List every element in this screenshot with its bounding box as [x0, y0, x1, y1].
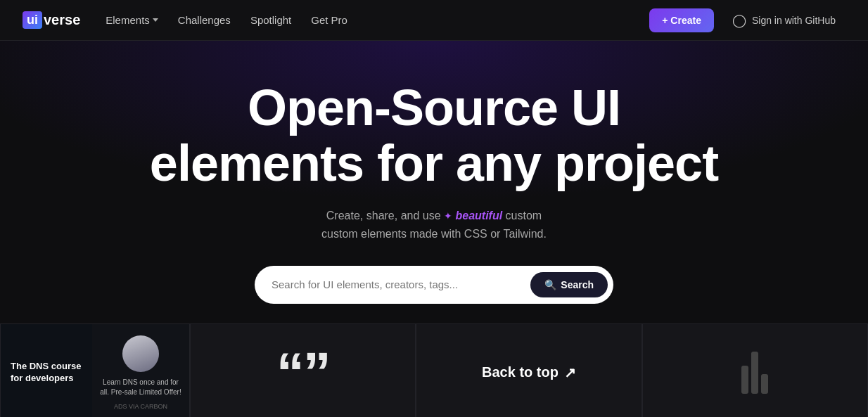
navbar: uiverse Elements Challenges Spotlight Ge… — [0, 0, 868, 41]
search-bar: 🔍 Search — [255, 266, 613, 304]
ad-dark-section: The DNS course for developers — [1, 324, 92, 417]
ad-title: The DNS course for developers — [11, 361, 82, 385]
bars-card — [642, 323, 868, 417]
search-button[interactable]: 🔍 Search — [530, 272, 608, 297]
search-input[interactable] — [272, 278, 525, 290]
nav-item-elements[interactable]: Elements — [106, 14, 158, 26]
logo[interactable]: uiverse — [23, 11, 80, 29]
back-to-top-card[interactable]: Back to top ↗ — [416, 323, 642, 417]
bar-chart — [741, 352, 768, 394]
logo-ui: ui — [23, 11, 42, 29]
nav-item-get-pro[interactable]: Get Pro — [311, 14, 347, 26]
bar-3 — [761, 374, 768, 394]
nav-right: + Create ◯ Sign in with GitHub — [649, 6, 845, 34]
cards-strip: The DNS course for developers Learn DNS … — [0, 323, 868, 417]
logo-verse: verse — [44, 12, 80, 28]
hero-title: Open-Source UI elements for any project — [150, 80, 718, 191]
ad-card: The DNS course for developers Learn DNS … — [0, 323, 190, 417]
quote-card: “” — [190, 323, 416, 417]
quote-marks: “” — [276, 345, 330, 401]
hero-section: Open-Source UI elements for any project … — [0, 41, 868, 417]
back-to-top-content: Back to top ↗ — [482, 364, 576, 381]
ad-icon — [122, 335, 159, 372]
chevron-down-icon — [153, 18, 158, 22]
hero-subtitle: Create, share, and use ✦ beautiful custo… — [321, 207, 547, 243]
arrow-icon: ↗ — [564, 364, 576, 381]
sparkle-icon: ✦ — [444, 210, 452, 222]
nav-links: Elements Challenges Spotlight Get Pro — [106, 14, 347, 26]
ad-via: ADS VIA CARBON — [114, 403, 167, 410]
beautiful-text: beautiful — [455, 210, 502, 222]
nav-left: uiverse Elements Challenges Spotlight Ge… — [23, 11, 347, 29]
search-icon: 🔍 — [544, 279, 556, 290]
bar-1 — [741, 366, 748, 394]
bar-2 — [751, 352, 758, 394]
ad-body: Learn DNS once and for all. Pre-sale Lim… — [99, 378, 182, 397]
ad-content: Learn DNS once and for all. Pre-sale Lim… — [92, 324, 189, 417]
nav-item-challenges[interactable]: Challenges — [178, 14, 231, 26]
github-icon: ◯ — [732, 13, 746, 28]
create-button[interactable]: + Create — [649, 8, 714, 32]
github-signin-button[interactable]: ◯ Sign in with GitHub — [722, 6, 845, 34]
nav-item-spotlight[interactable]: Spotlight — [250, 14, 291, 26]
